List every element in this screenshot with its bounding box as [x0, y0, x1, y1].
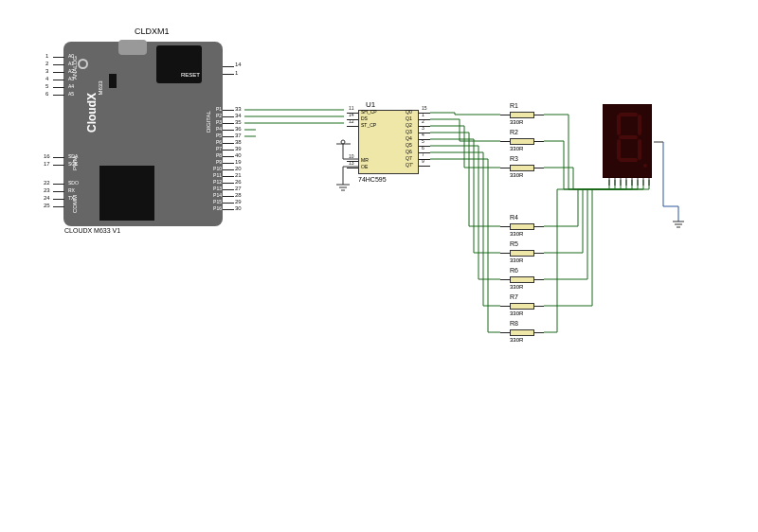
comm-pin: SDA — [68, 153, 78, 159]
mcu-sub: M633 — [98, 80, 103, 95]
res-name-R6: R6 — [510, 267, 518, 274]
digital-pin-P10: P10 — [207, 166, 222, 171]
comm-num: 25 — [44, 203, 50, 208]
comm-num: 17 — [44, 161, 50, 167]
mcu-button — [78, 59, 88, 69]
digital-num: 20 — [235, 166, 242, 171]
ic-right-num: 6 — [422, 145, 424, 151]
pin-stub — [223, 176, 234, 177]
comm-num: 22 — [44, 180, 50, 186]
res-name-R8: R8 — [510, 320, 518, 327]
analog-pin-A4: A4 — [68, 83, 74, 89]
analog-num: 1 — [45, 53, 48, 59]
digital-num: 26 — [235, 179, 242, 185]
top-pin-14: 14 — [235, 62, 242, 67]
digital-num: 38 — [235, 139, 242, 145]
comm-pin: TX — [68, 195, 74, 201]
digital-pin-P8: P8 — [207, 152, 222, 158]
analog-num: 4 — [45, 76, 48, 81]
ic-pin-stub — [347, 126, 358, 127]
res-val-R1: 330R — [510, 119, 523, 125]
ic-right-pin-Q1: Q1 — [406, 115, 412, 121]
resistor-R4 — [510, 223, 534, 230]
ic-pin-stub — [347, 168, 358, 168]
digital-pin-P11: P11 — [207, 172, 222, 178]
ic-left-num: 13 — [349, 160, 354, 166]
ic-right-num: 3 — [422, 125, 424, 131]
digital-num: 34 — [235, 113, 242, 118]
res-val-R3: 330R — [510, 172, 523, 178]
pin-stub — [53, 80, 64, 80]
digital-pin-P12: P12 — [207, 179, 222, 185]
ic-left-pin-ST_CP: ST_CP — [361, 122, 376, 128]
pin-stub — [223, 183, 234, 184]
digital-num: 36 — [235, 126, 242, 132]
ic-left-num: 11 — [349, 105, 354, 111]
comm-pin: SCK — [68, 161, 78, 167]
ic-left-pin-MR: MR — [361, 157, 369, 163]
comm-num: 24 — [44, 195, 50, 201]
analog-num: 6 — [45, 91, 48, 97]
pin-stub — [53, 95, 64, 96]
resistor-R5 — [510, 250, 534, 257]
mcu-black-box — [156, 45, 202, 83]
reset-label: RESET — [181, 72, 200, 78]
res-name-R7: R7 — [510, 293, 518, 300]
ic-right-num: 1 — [422, 112, 424, 117]
comm-num: 16 — [44, 153, 50, 159]
resistor-R6 — [510, 276, 534, 283]
digital-pin-P3: P3 — [207, 119, 222, 125]
comm-pin: SDO — [68, 180, 79, 186]
digital-num: 33 — [235, 106, 242, 112]
pin-stub — [223, 123, 234, 124]
digital-num: 29 — [235, 199, 242, 204]
pin-stub — [223, 163, 234, 164]
digital-pin-P2: P2 — [207, 113, 222, 118]
pin-stub — [223, 169, 234, 170]
ic-left-pin-SH_CP: SH_CP — [361, 109, 377, 115]
pin-stub — [223, 116, 234, 117]
digital-num: 39 — [235, 146, 242, 151]
ic-right-num: 7 — [422, 151, 424, 157]
ic-right-pin-Q5: Q5 — [406, 142, 412, 148]
res-name-R5: R5 — [510, 240, 518, 247]
mcu-mcu-chip — [99, 166, 154, 221]
pin-stub — [53, 157, 64, 158]
res-name-R3: R3 — [510, 155, 518, 162]
pin-stub — [53, 191, 64, 192]
analog-pin-A0: A0 — [68, 53, 74, 59]
resistor-R8 — [510, 329, 534, 336]
analog-pin-A5: A5 — [68, 91, 74, 97]
comm-pin: RX — [68, 187, 75, 193]
res-val-R2: 330R — [510, 146, 523, 151]
resistor-R1 — [510, 112, 534, 118]
digital-pin-P7: P7 — [207, 146, 222, 151]
pin-stub — [53, 64, 64, 65]
ic-pin-stub — [419, 159, 430, 160]
digital-pin-P16: P16 — [207, 205, 222, 211]
pin-stub — [223, 209, 234, 210]
ic-left-pin-DS: DS — [361, 115, 368, 121]
top-pin-1: 1 — [235, 70, 238, 76]
ic-left-num: 12 — [349, 118, 354, 124]
ic-right-num: 2 — [422, 118, 424, 124]
ic-right-num: 15 — [422, 105, 427, 111]
res-val-R4: 330R — [510, 231, 523, 237]
pin-stub — [223, 156, 234, 157]
ic-pin-stub — [419, 166, 430, 167]
analog-num: 5 — [45, 83, 48, 89]
ic-right-num: 9 — [422, 158, 424, 164]
res-name-R4: R4 — [510, 214, 518, 221]
ic-right-pin-Q7': Q7' — [406, 162, 413, 168]
ic-pin-stub — [419, 126, 430, 127]
mcu-small-comp — [109, 74, 117, 88]
ic-left-pin-OE: OE — [361, 164, 368, 169]
ic-pin-stub — [419, 152, 430, 153]
pin-stub — [223, 196, 234, 197]
digital-num: 30 — [235, 205, 242, 211]
pin-stub — [223, 143, 234, 144]
analog-num: 3 — [45, 68, 48, 74]
resistor-R2 — [510, 138, 534, 145]
ic-pin-stub — [419, 139, 430, 140]
ic-pin-stub — [419, 113, 430, 114]
